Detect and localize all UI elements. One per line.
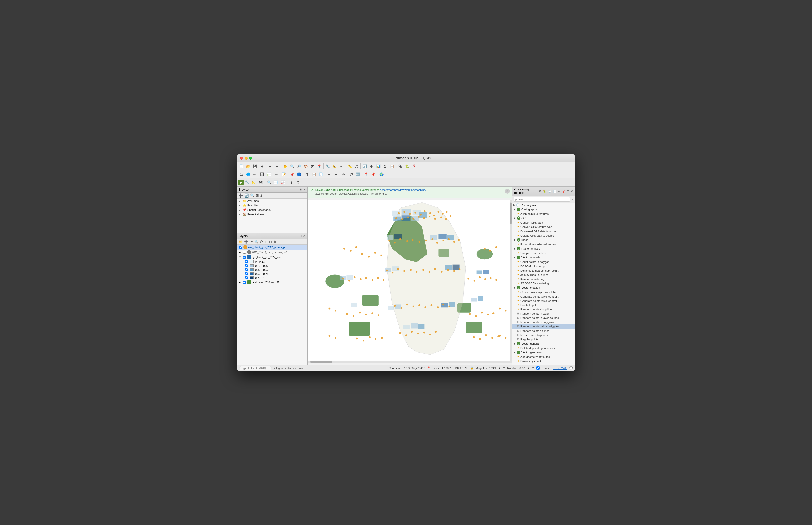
remove-layer-btn[interactable]: 🗑: [273, 240, 277, 244]
toolbox-item-add-geometry[interactable]: ✦ Add geometry attributes: [512, 355, 575, 359]
map-nav-btn1[interactable]: ▶: [238, 180, 244, 185]
browser-collapse-all-btn[interactable]: ⊟: [256, 193, 260, 198]
map-nav-btn5[interactable]: 🔍: [266, 179, 272, 186]
expand-all-btn[interactable]: ⊞: [264, 240, 268, 244]
redo-btn[interactable]: ↪: [274, 163, 280, 169]
toolbox-group-vector-geometry[interactable]: ▼ Q Vector geometry: [512, 350, 575, 355]
digitize-btn5[interactable]: 📊: [265, 171, 272, 178]
toolbox-results-btn[interactable]: 📄: [552, 190, 557, 193]
toolbox-item-convert-gpx[interactable]: ✦ Convert GPX feature type: [512, 225, 575, 229]
refresh-btn[interactable]: 🔄: [361, 163, 368, 169]
browser-close-btn[interactable]: ✕: [303, 188, 306, 192]
vertex-btn[interactable]: 🔵: [295, 171, 302, 178]
edit-btn[interactable]: ✏: [274, 171, 280, 178]
print-btn[interactable]: 🖨: [353, 163, 360, 169]
legend-check-2[interactable]: [245, 268, 248, 271]
toolbox-python-btn[interactable]: 🐍: [542, 190, 547, 193]
magnifier-up-btn[interactable]: ▲: [498, 366, 501, 369]
toolbox-item-delete-duplicates[interactable]: ✦ Delete duplicate geometries: [512, 346, 575, 350]
toolbox-item-densify[interactable]: ✦ Densify by count: [512, 359, 575, 363]
toolbox-group-vector-analysis[interactable]: ▼ Q Vector analysis: [512, 255, 575, 260]
add-group-btn[interactable]: ➕: [244, 240, 249, 244]
legend-check-1[interactable]: [245, 264, 248, 267]
settings-btn[interactable]: ⚙: [294, 179, 301, 186]
map-canvas[interactable]: [308, 198, 512, 365]
plugins-btn[interactable]: 🔌: [397, 163, 404, 169]
browser-item-bookmarks[interactable]: ▶ 📌 Spatial Bookmarks: [237, 208, 307, 212]
toolbox-settings-btn[interactable]: ⚙: [538, 190, 542, 193]
save-as-btn[interactable]: 🖨: [259, 163, 265, 169]
toolbox-group-vector-creation[interactable]: ▼ Q Vector creation: [512, 285, 575, 290]
toolbox-item-export-time[interactable]: ✦ Export time series values fro...: [512, 242, 575, 246]
toolbox-item-create-points-table[interactable]: ✦ Create points layer from table: [512, 290, 575, 294]
del-btn[interactable]: 🗑: [304, 171, 310, 178]
render-checkbox[interactable]: [536, 366, 540, 370]
map-nav-btn4[interactable]: 🗺: [258, 179, 264, 186]
toolbox-item-dbscan[interactable]: ✦ DBSCAN clustering: [512, 264, 575, 268]
toolbox-item-stdbscan[interactable]: ✦ ST-DBSCAN clustering: [512, 281, 575, 285]
toolbox-item-rand-points-line[interactable]: ✦ Random points along line: [512, 307, 575, 311]
maximize-button[interactable]: [249, 157, 252, 160]
rotation-down-btn[interactable]: ▼: [532, 366, 534, 369]
notification-close-btn[interactable]: ×: [505, 189, 510, 194]
measure-btn[interactable]: 📏: [346, 163, 353, 169]
info-btn[interactable]: ℹ: [288, 179, 294, 186]
map-nav-btn3[interactable]: 📐: [251, 179, 257, 186]
label-btn[interactable]: abc: [341, 171, 348, 178]
browser-item-volumes[interactable]: ▶ 📁 /Volumes: [237, 198, 307, 203]
save-project-btn[interactable]: 💾: [252, 163, 258, 169]
digitize-btn4[interactable]: 🔲: [259, 171, 265, 178]
toolbox-item-gen-points-centroid1[interactable]: ✦ Generate points (pixel centroi...: [512, 294, 575, 299]
toolbox-item-raster-pixels-points[interactable]: ⊞ Raster pixels to points: [512, 333, 575, 337]
map-nav-btn6[interactable]: 📊: [273, 179, 279, 186]
browser-filter-btn[interactable]: 🔍: [250, 193, 255, 198]
filter-layers-btn[interactable]: 🔍: [254, 240, 259, 244]
snap-btn[interactable]: 📌: [289, 171, 295, 178]
minimize-button[interactable]: [245, 157, 248, 160]
toolbox-item-rand-points-inside-polygons[interactable]: ⊞ Random points inside polygons: [512, 324, 575, 329]
layer-checkbox-joined[interactable]: [243, 256, 246, 259]
browser-item-favorites[interactable]: ▶ ⭐ Favorites: [237, 203, 307, 208]
layers-collapse-btn[interactable]: ⊟: [299, 234, 302, 238]
toolbox-item-points-path[interactable]: ✦ Points to path: [512, 303, 575, 307]
filter-btn[interactable]: ⚙: [368, 163, 375, 169]
browser-refresh-btn[interactable]: 🔄: [244, 193, 249, 198]
legend-check-4[interactable]: [245, 276, 248, 280]
toolbox-item-sample-raster[interactable]: ✦ Sample raster values: [512, 251, 575, 255]
toolbox-close-btn[interactable]: ✕: [570, 190, 574, 193]
collapse-all-btn[interactable]: ⊟: [269, 240, 272, 244]
zoom-layer-btn[interactable]: 🗺: [309, 163, 316, 169]
close-button[interactable]: [240, 157, 243, 160]
new-project-btn[interactable]: 📄: [238, 163, 245, 169]
filter-map-btn[interactable]: 🗺: [260, 240, 264, 244]
toolbox-item-join-lines[interactable]: ✦ Join by lines (hub lines): [512, 273, 575, 277]
open-project-btn[interactable]: 📂: [245, 163, 251, 169]
legend-check-0[interactable]: [245, 260, 248, 263]
stats-btn[interactable]: 📊: [375, 163, 381, 169]
table-btn[interactable]: 📋: [389, 163, 395, 169]
layers-close-btn[interactable]: ✕: [303, 234, 306, 238]
zoom-out-btn[interactable]: 🔎: [295, 163, 302, 169]
toolbox-history-btn[interactable]: 🕐: [548, 190, 552, 193]
toolbox-item-rand-points-extent[interactable]: ⊞ Random points in extent: [512, 311, 575, 316]
locate-input[interactable]: [239, 366, 272, 370]
layer-item-joined[interactable]: ▼ nyc_block_grp_2022_joined: [237, 255, 307, 260]
browser-item-home[interactable]: ▶ 🏠 Project Home: [237, 212, 307, 217]
sum-btn[interactable]: Σ: [382, 163, 388, 169]
toolbox-item-count-points[interactable]: ✦ Count points in polygon: [512, 260, 575, 264]
legend-check-3[interactable]: [245, 272, 248, 275]
annotate-btn1[interactable]: 📍: [363, 171, 369, 178]
paste-btn[interactable]: 📄: [318, 171, 324, 178]
magnifier-down-btn[interactable]: ▼: [503, 366, 505, 369]
toolbox-group-vector-general[interactable]: ▼ Q Vector general: [512, 341, 575, 346]
pan-btn[interactable]: ✋: [282, 163, 289, 169]
rotation-up-btn[interactable]: ▲: [527, 366, 530, 369]
toolbox-group-gps[interactable]: ▼ Q GPS: [512, 216, 575, 221]
show-all-btn[interactable]: 👁: [249, 240, 253, 244]
zoom-select-btn[interactable]: 📍: [316, 163, 322, 169]
zoom-in-btn[interactable]: 🔍: [289, 163, 295, 169]
help-btn[interactable]: ❓: [410, 163, 417, 169]
map-nav-btn2[interactable]: 🔧: [244, 179, 250, 186]
toolbox-group-mesh[interactable]: ▼ Q Mesh: [512, 238, 575, 242]
browser-collapse-btn[interactable]: ⊟: [299, 188, 302, 192]
